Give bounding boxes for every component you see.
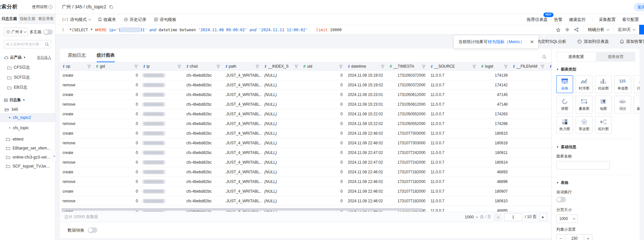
chart-type-bar[interactable]: 柱状图 [595,75,612,93]
column-header-logid[interactable]: #logid [479,62,510,70]
prev-page-button[interactable]: ◀ [494,213,502,221]
time-range-select[interactable]: 近30天 [613,25,639,34]
column-header-datetime[interactable]: tdatetime [345,62,387,70]
statement-mode-button[interactable]: [/] 语句模式 [62,17,90,23]
column-header-__FILENAM[interactable]: t__FILENAM [510,62,547,70]
chart-type-heatmap[interactable]: 热力图 [556,116,573,134]
region-select[interactable]: 广州 8 [4,28,28,36]
sidebar-item-CFS日志[interactable]: CFS日志 [4,65,51,70]
chart-type-gauge[interactable]: 计量图 [634,75,639,93]
page-input[interactable] [504,213,522,221]
panel-tab-图表推荐[interactable]: 图表推荐 [596,52,636,62]
transform-toggle[interactable] [88,227,97,233]
filter-funnel-icon[interactable] [133,65,138,68]
panel-page-size-select[interactable]: 1000 [556,215,578,223]
chart-type-pie[interactable]: 饼图 [556,96,573,113]
filter-funnel-icon[interactable] [215,65,220,68]
chart-type-map[interactable]: 地图 [595,96,612,113]
share-icon[interactable] [574,27,579,32]
close-icon[interactable]: ✕ [530,39,534,44]
chart-type-topology[interactable]: 拓扑图 [595,116,612,134]
chart-type-wordcloud[interactable]: TEXTTEXTTEXT词云 [614,96,631,113]
action-button-dashboard[interactable]: 添加到仪表盘 [577,39,609,44]
nav-item-告警[interactable]: 告警 [554,17,562,23]
next-page-button[interactable]: ▶ [539,213,547,221]
basic-info-section[interactable]: ▼ 基础信息 [556,144,639,150]
history-button[interactable]: 历史记录 [124,17,146,23]
sidebar-tab-日志主题[interactable]: 日志主题 [0,14,18,24]
sidebar-collapse-handle[interactable]: ◀ [52,151,55,162]
column-header-ip[interactable]: tip [141,62,184,70]
sidebar-item-logset-345[interactable]: 345 [4,107,51,112]
filter-funnel-icon[interactable] [254,65,259,68]
column-header-gid[interactable]: #gid [93,62,141,70]
filter-funnel-icon[interactable] [540,65,544,68]
sidebar-item-SCF_logset_TVJwYEtl[interactable]: SCF_logset_TVJwYEtl [4,164,51,168]
chart-type-single-value[interactable]: 123单值图 [614,75,631,93]
action-button-bell[interactable]: 添加告警策略 [620,39,644,44]
sidebar-search[interactable]: 输入名称/ID等进行搜 [4,40,51,48]
horizontal-scrollbar[interactable] [61,208,422,211]
nav-item-推荐仪表盘[interactable]: 推荐仪表盘HOT [527,17,548,23]
chart-type-radar[interactable]: 雷达图 [576,116,592,134]
star-icon[interactable] [556,28,561,32]
filter-funnel-icon[interactable] [471,65,476,68]
nav-item-索引配置[interactable]: 索引配置 [622,17,639,23]
cloud-section-header[interactable]: 云产品 ▼ 前往接入 [4,55,51,60]
filter-funnel-icon[interactable] [503,65,508,68]
filter-funnel-icon[interactable] [293,65,298,68]
chart-type-table[interactable]: 表格 [556,75,573,93]
back-button[interactable]: 返回 [634,3,644,11]
sidebar-item-ebtest[interactable]: ebtest [4,137,51,141]
panel-tab-图表配置[interactable]: 图表配置 [557,52,596,61]
sidebar-item-EB日志[interactable]: EB日志 [4,85,51,90]
sidebar-tab-指标主题[interactable]: 指标主题 [18,14,37,24]
sidebar-item-online-cfs3-gz3-set-12...[interactable]: online-cfs3-gz3-set-12... [4,155,51,159]
chart-type-timeseries[interactable]: 时序图 [576,75,592,93]
analysis-mode-select[interactable]: 精确分析 [583,25,613,34]
chart-type-section[interactable]: ▼ 图表类型 [556,67,639,72]
table-settings-section[interactable]: ▼ 表格 [556,180,639,186]
filter-funnel-icon[interactable] [338,65,343,68]
multi-topic-toggle[interactable] [43,29,53,35]
column-header-__TIMESTA[interactable]: #__TIMESTA [387,62,428,70]
nav-item-健康监控[interactable]: 健康监控 [569,17,586,23]
nav-item-采集配置[interactable]: 采集配置 [599,17,616,23]
sidebar-item-EBtarget_set_xfemwpre[interactable]: EBtarget_set_xfemwpre [4,146,51,150]
copy-icon[interactable] [109,5,113,9]
filter-funnel-icon[interactable] [380,65,385,68]
chart-type-sankey[interactable]: 桑基图 [576,96,592,113]
logset-section-header[interactable]: 日志集 ▼ [4,97,51,103]
page-size-select[interactable]: 1000 [465,215,477,219]
query-editor[interactable]: 1 *|SELECT * WHERE ip='131' and datetime… [55,25,644,34]
gear-icon[interactable] [565,27,570,32]
column-header-op[interactable]: top [60,62,93,70]
table-search-icon[interactable] [542,55,546,62]
filter-funnel-icon[interactable] [86,65,91,68]
tab-原始日志[interactable]: 原始日志 [68,53,86,62]
access-link[interactable]: 前往接入 [37,55,51,60]
column-header-cfsid[interactable]: tcfsid [184,62,223,70]
sidebar-topic-cfs_topic2[interactable]: cfs_topic2 [0,113,55,122]
chart-type-funnel-chart[interactable]: 漏斗图 [634,96,639,113]
favorites-button[interactable]: 收藏夹 [98,17,116,23]
column-header-__SOURCE[interactable]: t__SOURCE [428,62,479,70]
chart-name-input[interactable] [556,161,610,169]
plus-button[interactable]: + [584,235,592,240]
column-header-path[interactable]: tpath [223,62,262,70]
metric-link[interactable]: 转为指标（Metric） [488,39,524,44]
sidebar-item-SCF日志[interactable]: SCF日志 [4,75,51,80]
filter-funnel-icon[interactable] [421,65,425,68]
template-button[interactable]: 语句模板 [154,17,176,23]
column-header-__INDEX_S[interactable]: t__INDEX_S [262,62,301,70]
column-header-stub[interactable]: t [547,62,551,70]
search-run-button[interactable] [639,25,644,34]
minus-button[interactable]: − [557,235,565,240]
sidebar-topic-cfs_topic[interactable]: cfs_topic [0,123,55,132]
sidebar-tab-最近查看[interactable]: 最近查看 [37,14,55,24]
column-header-uid[interactable]: #uid [301,62,345,70]
filter-funnel-icon[interactable] [176,65,181,68]
help-link[interactable]: 使用说明 ? [32,4,53,10]
tab-统计图表[interactable]: 统计图表 [97,53,115,62]
word-wrap-toggle[interactable] [556,197,566,202]
